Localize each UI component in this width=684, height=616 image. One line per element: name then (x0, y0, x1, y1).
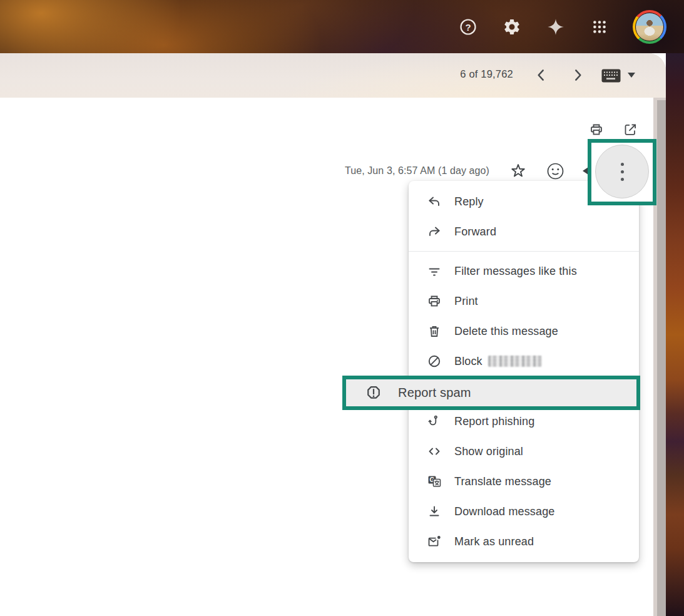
gmail-screen: ? (0, 0, 684, 616)
forward-icon (427, 224, 442, 239)
report-spam-label: Report spam (398, 386, 471, 400)
reply-icon (427, 194, 442, 209)
menu-item-delete[interactable]: Delete this message (409, 316, 639, 346)
menu-item-label: Show original (454, 445, 523, 458)
menu-item-label: Print (454, 295, 478, 308)
apps-grid-icon[interactable] (589, 16, 610, 38)
phishing-hook-icon (427, 414, 442, 429)
menu-item-print[interactable]: Print (409, 286, 639, 316)
star-icon[interactable] (510, 163, 526, 179)
menu-item-label: Filter messages like this (454, 265, 577, 278)
menu-item-label: Reply (454, 195, 484, 208)
settings-gear-icon[interactable] (501, 16, 523, 38)
translate-icon: G (427, 474, 442, 489)
download-icon (427, 504, 442, 519)
print-icon[interactable] (589, 122, 604, 137)
open-in-new-icon[interactable] (623, 122, 638, 137)
toolbar-band (0, 53, 666, 98)
menu-item-translate[interactable]: G Translate message (409, 466, 639, 496)
redacted-sender-name (488, 356, 542, 367)
filter-icon (427, 264, 442, 279)
keyboard-input-tools-icon[interactable] (601, 69, 621, 83)
menu-item-label: Block (454, 355, 542, 368)
annotation-box-report-spam[interactable]: Report spam (342, 376, 640, 410)
menu-item-label: Report phishing (454, 415, 534, 428)
profile-avatar[interactable] (633, 10, 666, 44)
emoji-icon[interactable] (546, 162, 564, 180)
menu-item-label: Translate message (454, 475, 551, 488)
menu-item-report-phishing[interactable]: Report phishing (409, 406, 639, 436)
code-icon (427, 444, 442, 459)
avatar-photo (635, 13, 664, 41)
mark-unread-icon (427, 534, 442, 549)
annotation-box-more-button (588, 139, 656, 205)
menu-item-label: Forward (454, 225, 496, 239)
older-chevron-icon[interactable] (569, 67, 586, 83)
block-icon (427, 354, 442, 369)
pagination-counter: 6 of 19,762 (438, 68, 513, 80)
menu-divider (409, 251, 639, 252)
help-icon[interactable]: ? (457, 16, 479, 38)
menu-item-label: Delete this message (454, 325, 558, 338)
report-spam-icon (365, 384, 382, 402)
more-vert-icon[interactable] (595, 145, 649, 198)
delete-icon (427, 324, 442, 339)
menu-item-label: Download message (454, 505, 555, 518)
gmail-header-actions: ? (457, 0, 666, 53)
menu-item-mark-unread[interactable]: Mark as unread (409, 526, 639, 557)
input-tools-caret-icon[interactable] (628, 73, 635, 78)
three-dots-glyph (621, 163, 624, 181)
scrollbar-thumb[interactable] (657, 100, 666, 616)
menu-item-label: Mark as unread (454, 535, 534, 548)
svg-text:?: ? (465, 21, 471, 32)
browser-top-bar: ? (0, 0, 684, 53)
gemini-sparkle-icon[interactable] (545, 16, 566, 38)
email-date: Tue, Jun 3, 6:57 AM (1 day ago) (302, 165, 489, 177)
menu-item-filter[interactable]: Filter messages like this (409, 256, 639, 286)
menu-item-block[interactable]: Block (409, 346, 639, 376)
menu-item-download[interactable]: Download message (409, 496, 639, 526)
wallpaper-right-strip (666, 53, 684, 616)
menu-item-forward[interactable]: Forward (409, 217, 639, 247)
message-more-menu: Reply Forward Filter messages like this (409, 181, 639, 562)
newer-chevron-icon[interactable] (533, 67, 549, 83)
print-icon (427, 294, 442, 309)
menu-item-show-original[interactable]: Show original (409, 436, 639, 466)
